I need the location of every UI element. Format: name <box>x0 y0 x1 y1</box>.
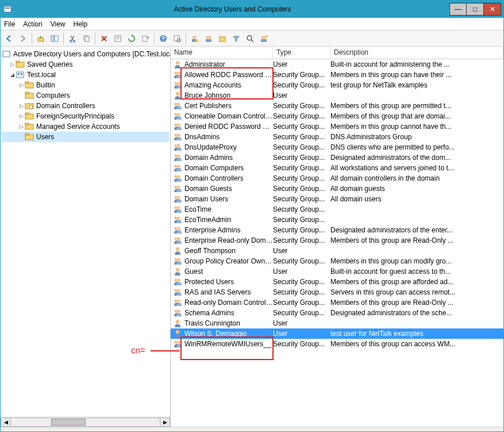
svg-point-84 <box>177 258 180 261</box>
help-button[interactable]: ? <box>157 32 170 45</box>
list-body[interactable]: AdministratorUserBuilt-in account for ad… <box>171 59 503 427</box>
up-button[interactable] <box>34 32 47 45</box>
new-ou-button[interactable] <box>216 32 229 45</box>
menu-action[interactable]: Action <box>23 20 42 28</box>
menu-help[interactable]: Help <box>74 20 88 28</box>
new-group-button[interactable] <box>202 32 215 45</box>
list-row[interactable]: Domain ComputersSecurity Group...All wor… <box>171 163 503 173</box>
expand-icon[interactable]: ▷ <box>18 113 25 119</box>
tree-domain-controllers[interactable]: ▷ Domain Controllers <box>2 101 169 111</box>
row-name: Cert Publishers <box>184 102 232 110</box>
row-type: Security Group... <box>273 174 330 182</box>
list-row[interactable]: Bruce JohnsonUser <box>171 90 503 101</box>
cut-button[interactable] <box>66 32 79 45</box>
delete-button[interactable] <box>98 32 110 45</box>
svg-point-93 <box>177 309 180 312</box>
list-row[interactable]: EcoTimeAdminSecurity Group... <box>171 215 503 225</box>
list-row[interactable]: Wilson S. DemaggioUsertest user for NetT… <box>171 328 503 339</box>
list-row[interactable]: Domain AdminsSecurity Group...Designated… <box>171 152 503 163</box>
column-description[interactable]: Description <box>330 47 503 59</box>
svg-rect-2 <box>38 38 44 41</box>
maximize-button[interactable]: □ <box>467 3 484 16</box>
svg-point-76 <box>174 216 177 219</box>
list-row[interactable]: Cloneable Domain ControllersSecurity Gro… <box>171 111 503 121</box>
row-type: Security Group... <box>273 278 330 286</box>
tree-computers[interactable]: Computers <box>2 90 169 101</box>
add-to-group-button[interactable] <box>257 32 270 45</box>
scroll-track[interactable] <box>11 418 160 427</box>
list-row[interactable]: Domain UsersSecurity Group...All domain … <box>171 194 503 204</box>
column-type[interactable]: Type <box>273 47 330 59</box>
row-type: User <box>273 91 330 100</box>
expand-icon[interactable]: ▷ <box>18 82 25 88</box>
list-row[interactable]: Read-only Domain ControllersSecurity Gro… <box>171 297 503 308</box>
find-objects-button[interactable] <box>244 32 256 45</box>
list-row[interactable]: Protected UsersSecurity Group...Members … <box>171 277 503 287</box>
expand-icon[interactable]: ▷ <box>9 62 16 67</box>
list-row[interactable]: AdministratorUserBuilt-in account for ad… <box>171 59 503 70</box>
list-row[interactable]: Group Policy Creator OwnersSecurity Grou… <box>171 256 503 266</box>
scroll-thumb[interactable] <box>51 419 86 426</box>
export-button[interactable] <box>139 32 152 45</box>
row-type: Security Group... <box>273 288 330 296</box>
list-row[interactable]: Travis CunningtonUser <box>171 318 503 328</box>
svg-rect-32 <box>16 61 20 63</box>
list-row[interactable]: DnsAdminsSecurity Group...DNS Administra… <box>171 132 503 142</box>
collapse-icon[interactable]: ◢ <box>9 72 16 78</box>
tree-builtin[interactable]: ▷ Builtin <box>2 80 169 90</box>
row-description: Built-in account for administering the .… <box>330 60 503 68</box>
list-row[interactable]: Geoff ThompsonUser <box>171 246 503 256</box>
show-hide-tree-button[interactable] <box>48 32 61 45</box>
expand-icon[interactable]: ▷ <box>18 124 25 129</box>
list-row[interactable]: RAS and IAS ServersSecurity Group...Serv… <box>171 287 503 297</box>
list-row[interactable]: Amazing AccountsSecurity Group...test gr… <box>171 80 503 90</box>
copy-button[interactable] <box>80 32 93 45</box>
filter-button[interactable] <box>230 32 243 45</box>
tree-saved-queries[interactable]: ▷ Saved Queries <box>2 59 169 70</box>
list-row[interactable]: Enterprise AdminsSecurity Group...Design… <box>171 225 503 235</box>
list-pane: Name Type Description AdministratorUserB… <box>171 47 503 427</box>
back-button[interactable] <box>3 32 16 45</box>
list-row[interactable]: WinRMRemoteWMIUsers__Security Group...Me… <box>171 339 503 349</box>
list-row[interactable]: GuestUserBuilt-in account for guest acce… <box>171 266 503 277</box>
list-row[interactable]: Allowed RODC Password Replicati...Securi… <box>171 70 503 80</box>
column-name[interactable]: Name <box>171 47 273 59</box>
properties-button[interactable] <box>111 32 124 45</box>
close-button[interactable]: ✕ <box>484 3 501 16</box>
list-row[interactable]: DnsUpdateProxySecurity Group...DNS clien… <box>171 142 503 152</box>
group-icon <box>173 298 182 307</box>
minimize-button[interactable]: — <box>449 3 467 16</box>
new-user-button[interactable] <box>188 32 201 45</box>
list-row[interactable]: Cert PublishersSecurity Group...Members … <box>171 101 503 111</box>
titlebar[interactable]: Active Directory Users and Computers — □… <box>1 1 503 18</box>
row-type: Security Group... <box>273 143 330 151</box>
tree-body[interactable]: Active Directory Users and Computers [DC… <box>1 47 170 416</box>
scroll-right-button[interactable]: ▶ <box>160 418 170 427</box>
menu-file[interactable]: File <box>4 20 15 28</box>
refresh-button[interactable] <box>125 32 138 45</box>
svg-point-68 <box>174 175 177 178</box>
list-row[interactable]: Domain GuestsSecurity Group...All domain… <box>171 183 503 194</box>
svg-point-86 <box>174 278 177 281</box>
tree-users[interactable]: Users <box>2 132 169 142</box>
list-row[interactable]: EcoTimeSecurity Group... <box>171 204 503 215</box>
tree-label: Saved Queries <box>27 60 72 68</box>
group-icon <box>173 277 182 286</box>
tree-msa[interactable]: ▷ Managed Service Accounts <box>2 121 169 132</box>
tree-domain[interactable]: ◢ Test.local <box>2 70 169 80</box>
list-row[interactable]: Enterprise Read-only Domain Con...Securi… <box>171 235 503 246</box>
expand-icon[interactable]: ▷ <box>18 103 25 109</box>
scroll-left-button[interactable]: ◀ <box>1 418 11 427</box>
row-name: DnsAdmins <box>184 133 220 141</box>
tree-root[interactable]: Active Directory Users and Computers [DC… <box>2 49 169 59</box>
list-row[interactable]: Schema AdminsSecurity Group...Designated… <box>171 308 503 318</box>
list-row[interactable]: Domain ControllersSecurity Group...All d… <box>171 173 503 183</box>
list-row[interactable]: Denied RODC Password Replicati...Securit… <box>171 121 503 132</box>
find-button[interactable] <box>171 32 183 45</box>
row-description: test user for NetTalk examples <box>330 330 503 338</box>
tree-hscrollbar[interactable]: ◀ ▶ <box>1 416 170 427</box>
row-description: Members of this group are permitted t... <box>330 102 503 110</box>
menu-view[interactable]: View <box>51 20 66 28</box>
tree-fsp[interactable]: ▷ ForeignSecurityPrincipals <box>2 111 169 121</box>
forward-button[interactable] <box>17 32 29 45</box>
